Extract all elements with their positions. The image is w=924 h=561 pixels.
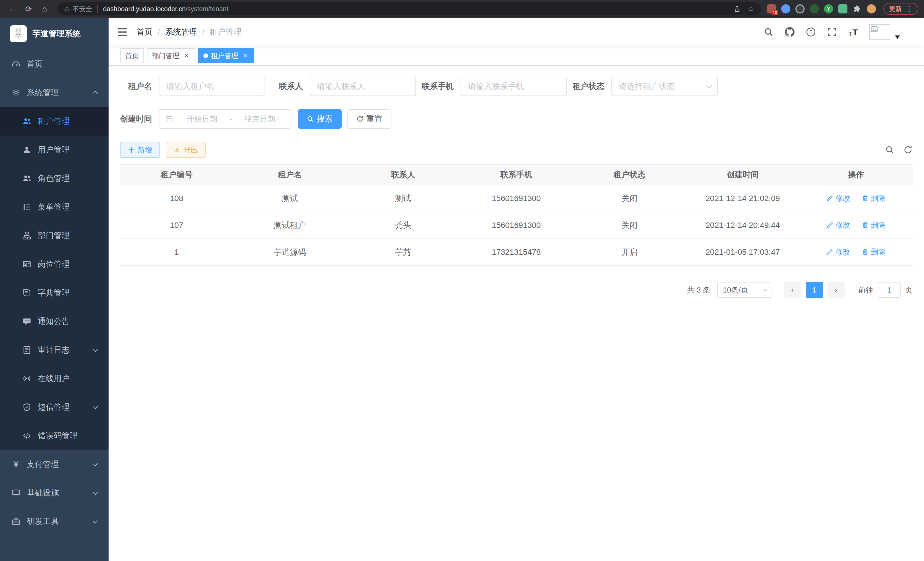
cell-mobile: 15601691300	[460, 212, 573, 239]
cell-contact: 秃头	[346, 212, 460, 239]
edit-button[interactable]: 修改	[826, 247, 850, 257]
sidebar-item-dev-tools[interactable]: 研发工具	[0, 507, 109, 536]
extension-icon[interactable]	[781, 4, 790, 14]
contact-input-wrap	[310, 77, 416, 96]
monitor-icon	[11, 488, 21, 498]
sidebar-item-tenant[interactable]: 租户管理	[0, 107, 109, 135]
delete-button[interactable]: 删除	[862, 220, 886, 230]
prev-page-button[interactable]: ‹	[784, 282, 801, 298]
breadcrumb-separator: /	[202, 27, 205, 37]
sidebar-item-system[interactable]: 系统管理	[0, 78, 109, 107]
help-icon[interactable]: ?	[800, 18, 821, 46]
mobile-input-wrap	[460, 77, 567, 96]
table-row[interactable]: 107 测试租户 秃头 15601691300 关闭 2021-12-14 20…	[120, 212, 913, 239]
github-icon[interactable]	[779, 18, 800, 46]
sidebar-item-label: 菜单管理	[38, 202, 70, 212]
col-actions: 操作	[800, 164, 913, 185]
sidebar-item-home[interactable]: 首页	[0, 50, 109, 78]
search-button[interactable]: 搜索	[298, 109, 342, 129]
bookmark-star-icon[interactable]: ☆	[748, 5, 754, 14]
tab-tenant[interactable]: 租户管理×	[198, 48, 254, 63]
update-button[interactable]: 更新 ⋮	[884, 3, 918, 15]
chevron-down-icon	[93, 461, 98, 466]
create-time-label: 创建时间	[120, 114, 159, 124]
date-separator: -	[227, 115, 235, 123]
font-size-icon[interactable]: TT	[843, 18, 863, 46]
tab-home[interactable]: 首页	[120, 48, 144, 63]
cell-tenant-name: 芋道源码	[233, 239, 346, 266]
reset-button[interactable]: 重置	[347, 109, 392, 129]
extension-icon[interactable]	[838, 4, 848, 14]
share-icon[interactable]	[734, 5, 741, 13]
sidebar-item-user[interactable]: 用户管理	[0, 135, 109, 164]
export-button[interactable]: 导出	[166, 142, 206, 158]
sidebar-item-menu[interactable]: 菜单管理	[0, 193, 109, 221]
sidebar: 芋道管理系统 首页 系统管理 租户管理	[0, 18, 109, 561]
table-row[interactable]: 1 芋道源码 芋艿 17321315478 开启 2021-01-05 17:0…	[120, 239, 913, 266]
cell-contact: 芋艿	[346, 239, 460, 266]
col-tenant-name: 租户名	[233, 164, 346, 185]
sidebar-item-role[interactable]: 角色管理	[0, 164, 109, 193]
close-icon[interactable]: ×	[241, 52, 249, 60]
chevron-down-icon	[895, 35, 900, 39]
sidebar-item-dept[interactable]: 部门管理	[0, 221, 109, 250]
extension-icon[interactable]: Y	[824, 4, 833, 14]
contact-input[interactable]	[317, 82, 409, 91]
sidebar-item-infra[interactable]: 基础设施	[0, 479, 109, 507]
reload-icon[interactable]: ⟳	[22, 2, 35, 16]
extensions-puzzle-icon[interactable]	[853, 4, 862, 14]
date-range-picker[interactable]: 开始日期 - 结束日期	[159, 109, 291, 129]
sidebar-item-error-code[interactable]: 错误码管理	[0, 421, 109, 450]
tags-view: 首页 部门管理× 租户管理×	[109, 46, 924, 66]
sidebar-item-sms[interactable]: 短信管理	[0, 393, 109, 421]
reset-button-label: 重置	[366, 114, 382, 124]
breadcrumb-item[interactable]: 首页	[136, 27, 153, 38]
delete-button[interactable]: 删除	[862, 247, 886, 257]
sidebar-item-post[interactable]: 岗位管理	[0, 250, 109, 278]
sidebar-item-notice[interactable]: 通知公告	[0, 307, 109, 336]
tab-dept[interactable]: 部门管理×	[147, 48, 195, 63]
kebab-menu-icon[interactable]: ⋮	[906, 5, 913, 13]
mobile-input[interactable]	[468, 82, 560, 91]
sidebar-item-payment[interactable]: ¥ 支付管理	[0, 450, 109, 479]
back-icon[interactable]: ←	[6, 2, 20, 16]
sidebar-item-audit-log[interactable]: 审计日志	[0, 336, 109, 364]
sidebar-item-online-user[interactable]: 在线用户	[0, 364, 109, 393]
browser-toolbar: ← ⟳ ⌂ ⚠ 不安全 dashboard.yudao.iocoder.cn/s…	[0, 0, 924, 18]
tenant-name-input[interactable]	[166, 82, 258, 91]
date-start-placeholder[interactable]: 开始日期	[177, 114, 227, 124]
browser-profile-avatar[interactable]	[867, 4, 876, 14]
refresh-icon[interactable]	[903, 145, 913, 154]
page-button-1[interactable]: 1	[806, 282, 823, 298]
page-size-select[interactable]: 10条/页	[717, 282, 771, 298]
edit-button[interactable]: 修改	[826, 193, 850, 203]
add-button[interactable]: 新增	[120, 142, 160, 158]
toggle-search-icon[interactable]	[885, 145, 894, 154]
user-avatar[interactable]	[869, 24, 900, 40]
tenant-name-input-wrap	[159, 77, 265, 96]
date-end-placeholder[interactable]: 结束日期	[234, 114, 285, 124]
extension-icon[interactable]	[810, 4, 819, 14]
browser-home-icon[interactable]: ⌂	[38, 2, 51, 16]
fullscreen-icon[interactable]	[821, 18, 843, 46]
close-icon[interactable]: ×	[182, 52, 190, 60]
extension-icon[interactable]: 10	[767, 4, 776, 14]
extension-badge: 10	[771, 10, 778, 15]
breadcrumb-item[interactable]: 系统管理	[165, 27, 197, 38]
table-row[interactable]: 108 测试 测试 15601691300 关闭 2021-12-14 21:0…	[120, 185, 913, 212]
sidebar-menu: 首页 系统管理 租户管理 用户管理	[0, 50, 109, 561]
search-icon[interactable]	[758, 18, 779, 46]
goto-page-input[interactable]	[878, 282, 901, 298]
edit-button[interactable]: 修改	[826, 220, 850, 230]
chevron-down-icon	[93, 490, 98, 495]
extension-icon[interactable]	[795, 4, 805, 14]
sidebar-item-dict[interactable]: 字典管理	[0, 278, 109, 307]
shield-icon	[22, 403, 32, 412]
sidebar-item-label: 用户管理	[38, 144, 70, 155]
delete-button[interactable]: 删除	[862, 193, 886, 203]
logo-avatar	[10, 25, 27, 42]
status-select[interactable]: 请选择租户状态	[611, 77, 718, 96]
next-page-button[interactable]: ›	[827, 282, 844, 298]
hamburger-icon[interactable]	[109, 27, 136, 37]
address-bar[interactable]: ⚠ 不安全 dashboard.yudao.iocoder.cn/system/…	[57, 2, 761, 15]
